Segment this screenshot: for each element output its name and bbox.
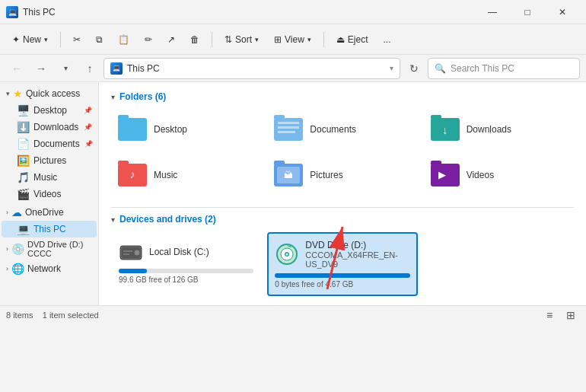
sort-icon: ⇅: [225, 34, 232, 45]
back-button[interactable]: ←: [6, 58, 27, 79]
maximize-button[interactable]: □: [510, 0, 545, 24]
drive-c-space: 99.6 GB free of 126 GB: [119, 276, 253, 284]
pin-icon: 📌: [84, 107, 92, 114]
drives-chevron-icon: ▾: [111, 215, 115, 224]
sort-chevron-icon: ▾: [255, 36, 259, 43]
star-icon: ★: [13, 88, 23, 100]
network-icon: 🌐: [11, 263, 24, 275]
selected-count: 1 item selected: [43, 311, 99, 320]
pin-icon-3: 📌: [84, 140, 93, 148]
quick-access-header[interactable]: ▾ ★ Quick access: [2, 85, 97, 102]
toolbar-separator-3: [323, 32, 324, 47]
address-input[interactable]: 💻 This PC ▾: [104, 58, 400, 79]
paste-icon: 📋: [118, 34, 129, 45]
pin-icon-2: 📌: [84, 123, 92, 131]
folder-documents[interactable]: Documents: [267, 110, 417, 149]
forward-button[interactable]: →: [30, 58, 52, 79]
list-view-button[interactable]: ≡: [540, 308, 559, 323]
window-title: This PC: [23, 7, 56, 18]
search-placeholder: Search This PC: [451, 63, 514, 74]
folder-pictures[interactable]: 🏔 Pictures: [267, 155, 417, 195]
pictures-icon: 🖼️: [17, 155, 29, 167]
svg-rect-3: [123, 250, 132, 252]
search-box[interactable]: 🔍 Search This PC: [428, 58, 580, 79]
copy-icon: ⧉: [96, 34, 103, 45]
dvddrive-label: DVD Drive (D:) CCCC: [27, 240, 92, 258]
downloads-icon: ⬇️: [17, 121, 29, 133]
svg-rect-4: [123, 253, 129, 255]
delete-button[interactable]: 🗑: [184, 31, 205, 48]
items-count: 8 items: [6, 311, 33, 320]
svg-point-8: [286, 253, 288, 256]
folders-chevron-icon: ▾: [111, 93, 115, 101]
copy-button[interactable]: ⧉: [90, 31, 109, 48]
drive-d-space: 0 bytes free of 4.67 GB: [275, 280, 409, 288]
sidebar-item-downloads[interactable]: ⬇️ Downloads 📌: [2, 119, 97, 135]
drive-c-progress-bg: [119, 269, 253, 273]
drives-grid: Local Disk (C:) 99.6 GB free of 126 GB: [111, 232, 574, 296]
drive-d-progress-bg: [275, 273, 409, 278]
paste-button[interactable]: 📋: [112, 31, 135, 48]
folder-videos-icon: ▶: [430, 160, 460, 190]
sidebar-item-pictures[interactable]: 🖼️ Pictures: [2, 152, 97, 169]
onedrive-label: OneDrive: [25, 207, 64, 218]
sidebar: ▾ ★ Quick access 🖥️ Desktop 📌 ⬇️ Downloa…: [0, 82, 99, 305]
up-button[interactable]: ↑: [79, 58, 100, 79]
cut-button[interactable]: ✂: [67, 31, 87, 48]
sidebar-item-thispc[interactable]: 💻 This PC: [2, 221, 97, 237]
drive-d-subname: CCCOMA_X64FRE_EN-US_DV9: [305, 250, 409, 269]
sidebar-item-videos[interactable]: 🎬 Videos: [2, 186, 97, 202]
more-button[interactable]: ...: [377, 31, 397, 48]
network-header[interactable]: › 🌐 Network: [2, 260, 97, 277]
close-button[interactable]: ✕: [545, 0, 580, 24]
folders-grid: Desktop Documents: [111, 110, 574, 195]
toolbar-separator-2: [212, 32, 212, 47]
sidebar-item-documents[interactable]: 📄 Documents 📌: [2, 135, 97, 152]
refresh-button[interactable]: ↻: [403, 58, 425, 79]
drive-c[interactable]: Local Disk (C:) 99.6 GB free of 126 GB: [111, 232, 261, 296]
folder-videos[interactable]: ▶ Videos: [424, 155, 574, 195]
drive-d[interactable]: DVD Drive (D:) CCCOMA_X64FRE_EN-US_DV9 0…: [267, 232, 417, 296]
folder-downloads-icon: ↓: [430, 114, 460, 145]
new-icon: ✦: [12, 34, 20, 45]
address-path: This PC: [127, 63, 385, 74]
recent-button[interactable]: ▾: [55, 58, 76, 79]
view-chevron-icon: ▾: [307, 36, 311, 43]
minimize-button[interactable]: —: [475, 0, 510, 24]
folder-music[interactable]: ♪ Music: [111, 155, 261, 195]
address-pc-icon: 💻: [110, 62, 123, 75]
hdd-icon: [119, 240, 143, 264]
thispc-icon: 💻: [17, 223, 29, 235]
grid-view-button[interactable]: ⊞: [562, 308, 580, 323]
folder-downloads[interactable]: ↓ Downloads: [424, 110, 574, 149]
eject-button[interactable]: ⏏ Eject: [330, 31, 374, 48]
drives-section-title[interactable]: Devices and drives (2): [119, 214, 216, 225]
network-label: Network: [27, 263, 61, 274]
search-icon: 🔍: [435, 63, 446, 74]
drive-d-progress-fill: [275, 273, 409, 278]
view-button[interactable]: ⊞ View ▾: [268, 31, 317, 48]
share-button[interactable]: ↗: [161, 31, 181, 48]
sidebar-item-desktop[interactable]: 🖥️ Desktop 📌: [2, 102, 97, 119]
folder-desktop[interactable]: Desktop: [111, 110, 261, 149]
sort-button[interactable]: ⇅ Sort ▾: [218, 31, 265, 48]
share-icon: ↗: [167, 34, 175, 45]
desktop-icon: 🖥️: [17, 104, 29, 116]
folder-music-icon: ♪: [117, 160, 148, 190]
sidebar-item-music[interactable]: 🎵 Music: [2, 169, 97, 186]
new-button[interactable]: ✦ New ▾: [6, 31, 54, 48]
thispc-label: This PC: [33, 224, 66, 234]
view-icon: ⊞: [274, 34, 282, 45]
title-bar: 💻 This PC — □ ✕: [0, 0, 586, 24]
folders-section-title[interactable]: Folders (6): [119, 91, 166, 102]
onedrive-header[interactable]: › ☁ OneDrive: [2, 204, 97, 221]
folder-pictures-icon: 🏔: [273, 160, 304, 190]
svg-point-2: [134, 250, 140, 256]
dvddrive-header[interactable]: › 💿 DVD Drive (D:) CCCC: [2, 237, 97, 260]
rename-button[interactable]: ✏: [139, 31, 158, 48]
quick-access-chevron-icon: ▾: [6, 90, 10, 97]
folder-documents-icon: [273, 114, 304, 145]
drive-c-name: Local Disk (C:): [149, 247, 209, 257]
toolbar: ✦ New ▾ ✂ ⧉ 📋 ✏ ↗ 🗑 ⇅ Sort ▾ ⊞: [0, 24, 586, 55]
documents-icon: 📄: [17, 138, 29, 150]
